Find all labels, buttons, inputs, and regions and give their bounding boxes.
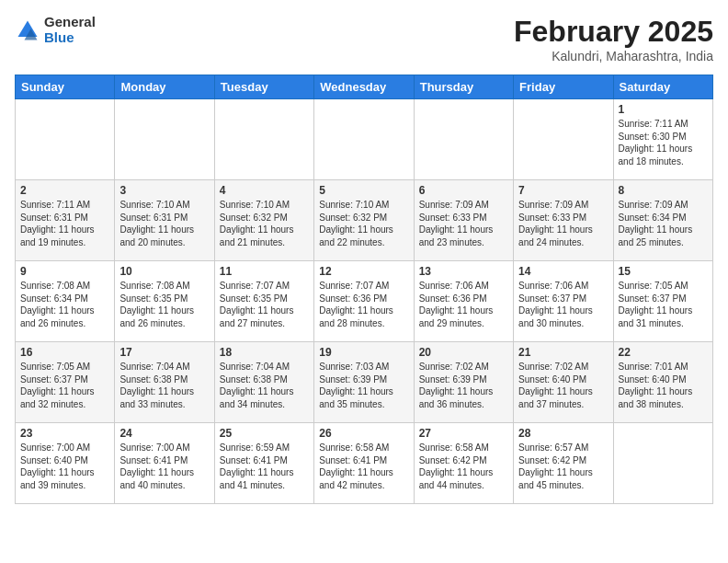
day-number: 17 [119,346,209,359]
calendar-cell [414,99,513,180]
calendar-cell: 26Sunrise: 6:58 AM Sunset: 6:41 PM Dayli… [314,423,414,504]
calendar-cell [16,99,115,180]
weekday-header: Tuesday [214,75,313,99]
calendar-week-row: 1Sunrise: 7:11 AM Sunset: 6:30 PM Daylig… [16,99,713,180]
day-number: 2 [20,184,109,197]
weekday-header: Monday [115,75,214,99]
calendar-cell: 17Sunrise: 7:04 AM Sunset: 6:38 PM Dayli… [115,342,214,423]
calendar-cell: 20Sunrise: 7:02 AM Sunset: 6:39 PM Dayli… [414,342,513,423]
calendar-cell: 25Sunrise: 6:59 AM Sunset: 6:41 PM Dayli… [214,423,313,504]
calendar-cell [613,423,712,504]
day-info: Sunrise: 6:57 AM Sunset: 6:42 PM Dayligh… [518,442,608,491]
day-info: Sunrise: 7:08 AM Sunset: 6:35 PM Dayligh… [119,280,209,329]
calendar-cell: 1Sunrise: 7:11 AM Sunset: 6:30 PM Daylig… [613,99,712,180]
calendar-header-row: SundayMondayTuesdayWednesdayThursdayFrid… [16,75,713,99]
logo-blue: Blue [44,30,96,46]
day-info: Sunrise: 7:00 AM Sunset: 6:40 PM Dayligh… [20,442,109,491]
day-info: Sunrise: 6:58 AM Sunset: 6:41 PM Dayligh… [319,442,408,491]
day-number: 22 [619,346,708,359]
calendar-cell: 18Sunrise: 7:04 AM Sunset: 6:38 PM Dayli… [214,342,313,423]
day-info: Sunrise: 7:07 AM Sunset: 6:35 PM Dayligh… [220,280,309,329]
day-info: Sunrise: 7:07 AM Sunset: 6:36 PM Dayligh… [319,280,408,329]
calendar-cell [115,99,214,180]
calendar-week-row: 9Sunrise: 7:08 AM Sunset: 6:34 PM Daylig… [16,261,713,342]
day-info: Sunrise: 7:00 AM Sunset: 6:41 PM Dayligh… [119,442,209,491]
calendar-cell: 13Sunrise: 7:06 AM Sunset: 6:36 PM Dayli… [414,261,513,342]
calendar-cell: 12Sunrise: 7:07 AM Sunset: 6:36 PM Dayli… [314,261,414,342]
calendar-cell: 7Sunrise: 7:09 AM Sunset: 6:33 PM Daylig… [514,180,613,261]
day-number: 14 [518,265,608,278]
day-info: Sunrise: 7:11 AM Sunset: 6:30 PM Dayligh… [619,118,708,167]
logo-text: General Blue [44,15,96,45]
logo-icon [15,17,40,43]
calendar-table: SundayMondayTuesdayWednesdayThursdayFrid… [15,75,713,504]
day-number: 3 [119,184,209,197]
day-number: 6 [419,184,508,197]
calendar-cell [514,99,613,180]
calendar-cell [314,99,414,180]
location-subtitle: Kalundri, Maharashtra, India [514,49,713,63]
weekday-header: Wednesday [314,75,414,99]
day-info: Sunrise: 7:10 AM Sunset: 6:31 PM Dayligh… [119,199,209,248]
day-number: 13 [419,265,508,278]
weekday-header: Thursday [414,75,513,99]
day-number: 8 [619,184,708,197]
calendar-cell: 27Sunrise: 6:58 AM Sunset: 6:42 PM Dayli… [414,423,513,504]
weekday-header: Sunday [16,75,115,99]
day-info: Sunrise: 7:05 AM Sunset: 6:37 PM Dayligh… [619,280,708,329]
day-number: 27 [419,427,508,440]
day-info: Sunrise: 7:10 AM Sunset: 6:32 PM Dayligh… [220,199,309,248]
day-info: Sunrise: 7:09 AM Sunset: 6:33 PM Dayligh… [518,199,608,248]
logo-general: General [44,15,96,30]
day-number: 7 [518,184,608,197]
calendar-week-row: 16Sunrise: 7:05 AM Sunset: 6:37 PM Dayli… [16,342,713,423]
day-number: 16 [20,346,109,359]
day-info: Sunrise: 7:05 AM Sunset: 6:37 PM Dayligh… [20,361,109,410]
calendar-cell: 3Sunrise: 7:10 AM Sunset: 6:31 PM Daylig… [115,180,214,261]
month-title: February 2025 [514,15,713,49]
day-number: 26 [319,427,408,440]
day-number: 28 [518,427,608,440]
calendar-cell: 2Sunrise: 7:11 AM Sunset: 6:31 PM Daylig… [16,180,115,261]
day-info: Sunrise: 7:04 AM Sunset: 6:38 PM Dayligh… [220,361,309,410]
weekday-header: Saturday [613,75,712,99]
page-header: General Blue February 2025 Kalundri, Mah… [15,15,713,63]
day-number: 10 [119,265,209,278]
calendar-cell: 9Sunrise: 7:08 AM Sunset: 6:34 PM Daylig… [16,261,115,342]
day-number: 4 [220,184,309,197]
day-number: 25 [220,427,309,440]
calendar-cell: 11Sunrise: 7:07 AM Sunset: 6:35 PM Dayli… [214,261,313,342]
calendar-cell: 22Sunrise: 7:01 AM Sunset: 6:40 PM Dayli… [613,342,712,423]
day-info: Sunrise: 7:09 AM Sunset: 6:34 PM Dayligh… [619,199,708,248]
day-info: Sunrise: 7:01 AM Sunset: 6:40 PM Dayligh… [619,361,708,410]
calendar-cell: 28Sunrise: 6:57 AM Sunset: 6:42 PM Dayli… [514,423,613,504]
calendar-cell: 4Sunrise: 7:10 AM Sunset: 6:32 PM Daylig… [214,180,313,261]
weekday-header: Friday [514,75,613,99]
calendar-cell: 8Sunrise: 7:09 AM Sunset: 6:34 PM Daylig… [613,180,712,261]
calendar-cell: 15Sunrise: 7:05 AM Sunset: 6:37 PM Dayli… [613,261,712,342]
day-number: 24 [119,427,209,440]
day-number: 19 [319,346,408,359]
calendar-cell: 24Sunrise: 7:00 AM Sunset: 6:41 PM Dayli… [115,423,214,504]
calendar-cell: 10Sunrise: 7:08 AM Sunset: 6:35 PM Dayli… [115,261,214,342]
logo: General Blue [15,15,96,45]
calendar-cell: 23Sunrise: 7:00 AM Sunset: 6:40 PM Dayli… [16,423,115,504]
day-info: Sunrise: 7:03 AM Sunset: 6:39 PM Dayligh… [319,361,408,410]
day-number: 11 [220,265,309,278]
day-number: 23 [20,427,109,440]
day-info: Sunrise: 7:04 AM Sunset: 6:38 PM Dayligh… [119,361,209,410]
calendar-cell: 19Sunrise: 7:03 AM Sunset: 6:39 PM Dayli… [314,342,414,423]
calendar-cell: 5Sunrise: 7:10 AM Sunset: 6:32 PM Daylig… [314,180,414,261]
day-info: Sunrise: 6:58 AM Sunset: 6:42 PM Dayligh… [419,442,508,491]
day-info: Sunrise: 7:06 AM Sunset: 6:36 PM Dayligh… [419,280,508,329]
day-number: 9 [20,265,109,278]
calendar-cell: 21Sunrise: 7:02 AM Sunset: 6:40 PM Dayli… [514,342,613,423]
day-number: 21 [518,346,608,359]
day-info: Sunrise: 7:06 AM Sunset: 6:37 PM Dayligh… [518,280,608,329]
day-info: Sunrise: 7:09 AM Sunset: 6:33 PM Dayligh… [419,199,508,248]
calendar-cell [214,99,313,180]
day-info: Sunrise: 7:11 AM Sunset: 6:31 PM Dayligh… [20,199,109,248]
day-number: 15 [619,265,708,278]
day-info: Sunrise: 7:08 AM Sunset: 6:34 PM Dayligh… [20,280,109,329]
calendar-cell: 6Sunrise: 7:09 AM Sunset: 6:33 PM Daylig… [414,180,513,261]
